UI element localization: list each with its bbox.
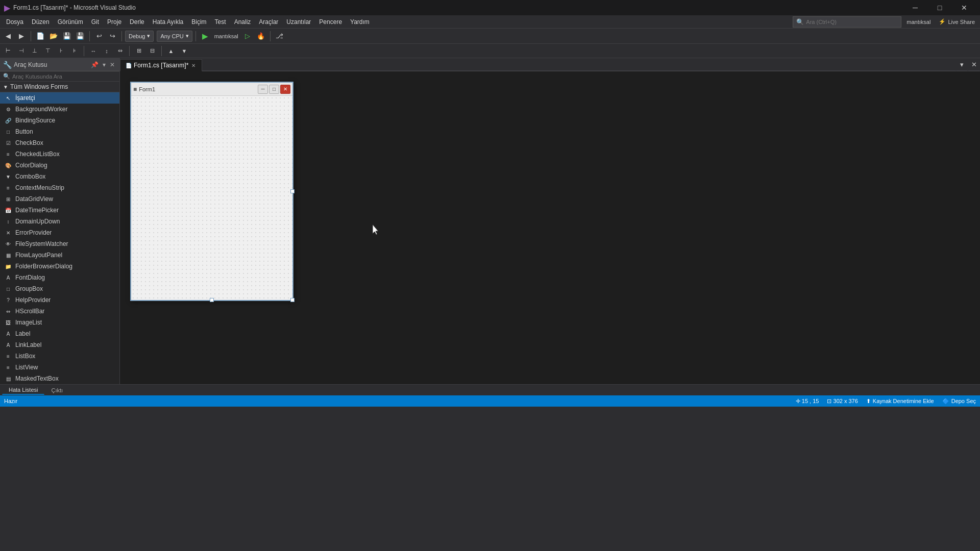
redo-button[interactable]: ↪ <box>106 30 118 42</box>
menu-yardim[interactable]: Yardım <box>346 15 374 28</box>
toolbox-category-header[interactable]: ▼ Tüm Windows Forms <box>0 82 119 92</box>
tab-form1-design[interactable]: 📄 Form1.cs [Tasarım]* ✕ <box>120 59 202 71</box>
toolbox-item-domainupdown[interactable]: ↕DomainUpDown <box>0 216 119 227</box>
menu-analiz[interactable]: Analiz <box>230 15 255 28</box>
branch-button[interactable]: 🔷 Depo Seç <box>942 398 976 405</box>
horiz-spacing-button[interactable]: ⊞ <box>133 45 145 57</box>
global-search-box[interactable]: 🔍 <box>793 16 901 28</box>
hot-reload-button[interactable]: 🔥 <box>255 30 267 42</box>
bottom-tab-error-list[interactable]: Hata Listesi <box>2 385 44 395</box>
resize-handle-right[interactable] <box>290 189 295 193</box>
resize-handle-bottom[interactable] <box>210 298 214 302</box>
toolbox-item-helpprovider[interactable]: ?HelpProvider <box>0 294 119 306</box>
menu-araclar[interactable]: Araçlar <box>255 15 282 28</box>
toolbox-item-errorprovider[interactable]: ✕ErrorProvider <box>0 227 119 238</box>
toolbox-item-bindingsource[interactable]: 🔗BindingSource <box>0 115 119 126</box>
menu-dosya[interactable]: Dosya <box>2 15 28 28</box>
git-button[interactable]: ⎇ <box>274 30 286 42</box>
toolbox-item-fontdialog[interactable]: AFontDialog <box>0 272 119 283</box>
debug-mode-dropdown[interactable]: Debug ▾ <box>125 31 154 42</box>
start-without-debug-button[interactable]: ▷ <box>241 30 254 42</box>
toolbox-item-hscrollbar[interactable]: ⇔HScrollBar <box>0 306 119 317</box>
form-close-btn[interactable]: ✕ <box>280 85 290 94</box>
toolbox-item-datagridview[interactable]: ⊞DataGridView <box>0 193 119 205</box>
tab-overflow-button[interactable]: ▾ <box>955 59 968 71</box>
toolbox-item-folderbrowserdialog[interactable]: 📁FolderBrowserDialog <box>0 261 119 272</box>
toolbox-item-datetimepicker[interactable]: 📅DateTimePicker <box>0 205 119 216</box>
align-left-button[interactable]: ⊢ <box>2 45 14 57</box>
form-design-body[interactable] <box>131 96 292 300</box>
equal-size-button[interactable]: ⇔ <box>114 45 126 57</box>
form-window-icon: ■ <box>133 86 137 93</box>
menu-proje[interactable]: Proje <box>103 15 126 28</box>
toolbox-item-checkbox[interactable]: ☑CheckBox <box>0 137 119 148</box>
start-button[interactable]: ▶ <box>199 30 211 42</box>
bring-forward-button[interactable]: ▲ <box>165 45 177 57</box>
toolbox-item-backgroundworker[interactable]: ⚙BackgroundWorker <box>0 104 119 115</box>
form-minimize-btn[interactable]: ─ <box>258 85 268 94</box>
toolbox-item-colordialog[interactable]: 🎨ColorDialog <box>0 160 119 171</box>
menu-gorunum[interactable]: Görünüm <box>54 15 87 28</box>
source-control-button[interactable]: ⬆ Kaynak Denetimine Ekle <box>866 398 934 405</box>
minimize-button[interactable]: ─ <box>903 0 927 15</box>
toolbox-item-i̇şaretçi[interactable]: ↖İşaretçi <box>0 92 119 104</box>
toolbox-options-button[interactable]: ▾ <box>101 61 107 68</box>
open-button[interactable]: 📂 <box>47 30 60 42</box>
toolbox-item-listbox[interactable]: ≡ListBox <box>0 350 119 362</box>
menu-duzen[interactable]: Düzen <box>28 15 54 28</box>
cpu-dropdown[interactable]: Any CPU ▾ <box>157 31 192 42</box>
toolbox-pin-button[interactable]: 📌 <box>89 61 100 68</box>
toolbox-item-checkedlistbox[interactable]: ≡CheckedListBox <box>0 148 119 160</box>
toolbox-search-input[interactable] <box>12 73 116 80</box>
resize-handle-bottomright[interactable] <box>290 298 295 302</box>
menu-hata[interactable]: Hata Ayıkla <box>149 15 187 28</box>
save-button[interactable]: 💾 <box>61 30 73 42</box>
toolbox-close-button[interactable]: ✕ <box>108 61 116 68</box>
new-project-button[interactable]: 📄 <box>34 30 46 42</box>
menu-derle[interactable]: Derle <box>126 15 149 28</box>
toolbox-item-listview[interactable]: ≡ListView <box>0 362 119 373</box>
align-bottom-button[interactable]: ⊧ <box>68 45 81 57</box>
toolbox-item-icon: A <box>4 330 12 338</box>
forward-button[interactable]: ▶ <box>15 30 28 42</box>
align-right-button[interactable]: ⊥ <box>29 45 41 57</box>
align-top-button[interactable]: ⊤ <box>42 45 54 57</box>
canvas-area[interactable]: ■ Form1 ─ □ ✕ <box>120 71 980 384</box>
toolbox-item-combobox[interactable]: ▼ComboBox <box>0 171 119 182</box>
tab-close-all-button[interactable]: ✕ <box>968 59 980 71</box>
close-button[interactable]: ✕ <box>952 0 976 15</box>
toolbox-item-maskedtextbox[interactable]: ▤MaskedTextBox <box>0 373 119 384</box>
bottom-tab-output[interactable]: Çıktı <box>44 386 69 395</box>
menu-bicim[interactable]: Biçim <box>187 15 210 28</box>
align-center-button[interactable]: ⊣ <box>15 45 28 57</box>
menu-uzantilar[interactable]: Uzantılar <box>282 15 315 28</box>
toolbox-item-label: GroupBox <box>15 285 43 292</box>
vert-spacing-button[interactable]: ⊟ <box>146 45 158 57</box>
equal-height-button[interactable]: ↕ <box>101 45 113 57</box>
form-maximize-btn[interactable]: □ <box>269 85 279 94</box>
toolbox-item-imagelist[interactable]: 🖼ImageList <box>0 317 119 328</box>
maximize-button[interactable]: □ <box>928 0 951 15</box>
toolbox-item-filesystemwatcher[interactable]: 👁FileSystemWatcher <box>0 238 119 249</box>
global-search-input[interactable] <box>806 19 898 25</box>
toolbox-item-contextmenustrip[interactable]: ≡ContextMenuStrip <box>0 182 119 193</box>
equal-width-button[interactable]: ↔ <box>87 45 100 57</box>
form-window-controls: ─ □ ✕ <box>258 85 290 94</box>
menu-test[interactable]: Test <box>211 15 230 28</box>
toolbox-item-label[interactable]: ALabel <box>0 328 119 339</box>
undo-button[interactable]: ↩ <box>93 30 105 42</box>
menu-git[interactable]: Git <box>87 15 103 28</box>
tab-close-button[interactable]: ✕ <box>190 63 197 68</box>
toolbox-item-linklabel[interactable]: ALinkLabel <box>0 339 119 350</box>
save-all-button[interactable]: 💾 <box>74 30 86 42</box>
live-share-button[interactable]: ⚡ Live Share <box>936 17 978 26</box>
toolbox-item-button[interactable]: □Button <box>0 126 119 137</box>
send-back-button[interactable]: ▼ <box>178 45 190 57</box>
toolbox-item-flowlayoutpanel[interactable]: ▦FlowLayoutPanel <box>0 249 119 261</box>
toolbox-item-groupbox[interactable]: □GroupBox <box>0 283 119 294</box>
form-design-window[interactable]: ■ Form1 ─ □ ✕ <box>130 82 293 301</box>
menu-pencere[interactable]: Pencere <box>315 15 346 28</box>
back-button[interactable]: ◀ <box>2 30 14 42</box>
align-middle-button[interactable]: ⊦ <box>55 45 67 57</box>
toolbox-item-label: MaskedTextBox <box>15 375 59 382</box>
